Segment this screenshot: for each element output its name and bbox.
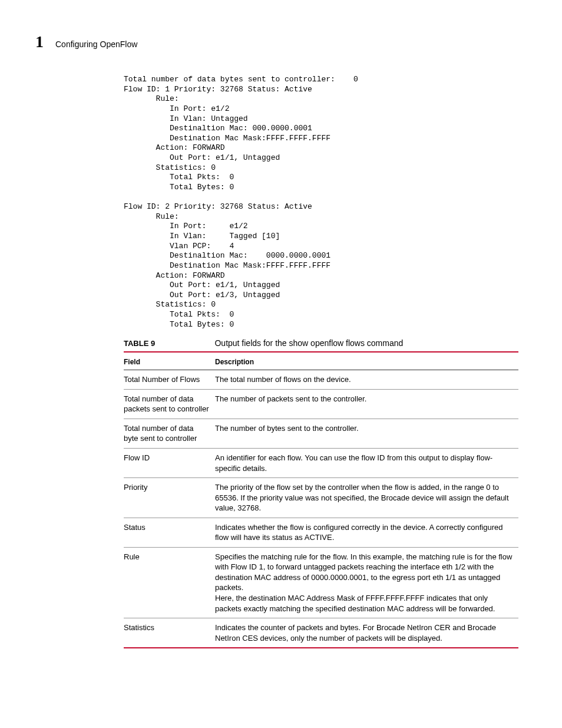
page-container: 1 Configuring OpenFlow Total number of d… xyxy=(0,0,562,684)
table-caption: Output fields for the show openflow flow… xyxy=(214,338,403,348)
page-header: 1 Configuring OpenFlow xyxy=(35,32,527,51)
cell-desc: Indicates the counter of packets and byt… xyxy=(215,618,518,648)
table-row: Total number of data packets sent to con… xyxy=(124,389,518,419)
chapter-title: Configuring OpenFlow xyxy=(55,39,137,49)
cell-desc: The total number of flows on the device. xyxy=(215,370,518,390)
cell-field: Flow ID xyxy=(124,448,215,477)
cell-field: Total Number of Flows xyxy=(124,370,215,390)
cell-desc: Specifies the matching rule for the flow… xyxy=(215,547,518,618)
table-row: PriorityThe priority of the flow set by … xyxy=(124,478,518,518)
table-row: StatusIndicates whether the flow is conf… xyxy=(124,518,518,547)
cell-field: Total number of data packets sent to con… xyxy=(124,389,215,419)
output-fields-table: Field Description Total Number of FlowsT… xyxy=(124,354,518,648)
cell-desc: The priority of the flow set by the cont… xyxy=(215,478,518,518)
table-header: Field Description xyxy=(124,354,518,370)
col-header-desc: Description xyxy=(215,354,518,370)
table-label: TABLE 9 xyxy=(124,339,212,348)
col-header-field: Field xyxy=(124,354,215,370)
table-row: StatisticsIndicates the counter of packe… xyxy=(124,618,518,648)
cell-field: Rule xyxy=(124,547,215,618)
cell-field: Status xyxy=(124,518,215,547)
code-block: Total number of data bytes sent to contr… xyxy=(124,75,527,330)
cell-field: Priority xyxy=(124,478,215,518)
cell-field: Statistics xyxy=(124,618,215,648)
cell-desc: The number of packets sent to the contro… xyxy=(215,389,518,419)
chapter-number: 1 xyxy=(35,32,44,51)
cell-desc: Indicates whether the flow is configured… xyxy=(215,518,518,547)
table-row: RuleSpecifies the matching rule for the … xyxy=(124,547,518,618)
table-row: Total Number of FlowsThe total number of… xyxy=(124,370,518,390)
cell-desc: The number of bytes sent to the controll… xyxy=(215,419,518,448)
table-caption-row: TABLE 9 Output fields for the show openf… xyxy=(124,338,518,353)
table-container: TABLE 9 Output fields for the show openf… xyxy=(124,338,518,648)
cell-desc: An identifier for each flow. You can use… xyxy=(215,448,518,477)
table-row: Total number of data byte sent to contro… xyxy=(124,419,518,448)
table-row: Flow IDAn identifier for each flow. You … xyxy=(124,448,518,477)
cell-field: Total number of data byte sent to contro… xyxy=(124,419,215,448)
